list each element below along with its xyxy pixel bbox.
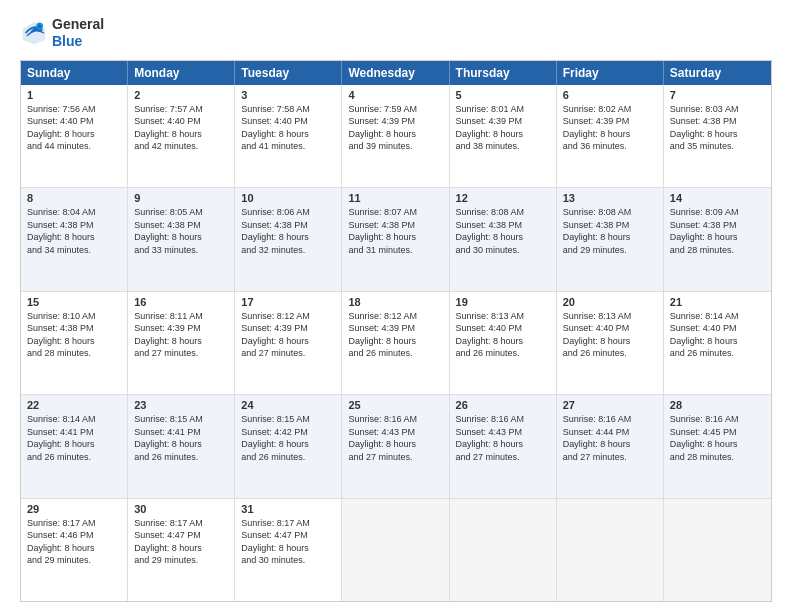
day-cell: 7Sunrise: 8:03 AMSunset: 4:38 PMDaylight… (664, 85, 771, 187)
cell-line: Sunrise: 8:17 AM (27, 517, 121, 530)
cell-line: Sunrise: 8:07 AM (348, 206, 442, 219)
page: General Blue SundayMondayTuesdayWednesda… (0, 0, 792, 612)
cell-line: Sunrise: 7:59 AM (348, 103, 442, 116)
cell-line: Daylight: 8 hours (563, 335, 657, 348)
calendar-row: 8Sunrise: 8:04 AMSunset: 4:38 PMDaylight… (21, 188, 771, 291)
cell-line: Sunrise: 8:14 AM (670, 310, 765, 323)
cell-line: Sunset: 4:46 PM (27, 529, 121, 542)
weekday-header: Sunday (21, 61, 128, 85)
cell-line: and 29 minutes. (134, 554, 228, 567)
cell-line: Daylight: 8 hours (456, 335, 550, 348)
calendar-row: 29Sunrise: 8:17 AMSunset: 4:46 PMDayligh… (21, 499, 771, 601)
cell-line: Sunrise: 7:57 AM (134, 103, 228, 116)
cell-line: Sunset: 4:40 PM (241, 115, 335, 128)
calendar-row: 1Sunrise: 7:56 AMSunset: 4:40 PMDaylight… (21, 85, 771, 188)
day-number: 2 (134, 89, 228, 101)
day-cell: 25Sunrise: 8:16 AMSunset: 4:43 PMDayligh… (342, 395, 449, 497)
cell-line: and 26 minutes. (456, 347, 550, 360)
cell-line: Daylight: 8 hours (348, 438, 442, 451)
day-cell: 17Sunrise: 8:12 AMSunset: 4:39 PMDayligh… (235, 292, 342, 394)
header: General Blue (20, 16, 772, 50)
cell-line: Sunset: 4:39 PM (456, 115, 550, 128)
cell-line: and 27 minutes. (241, 347, 335, 360)
calendar-row: 15Sunrise: 8:10 AMSunset: 4:38 PMDayligh… (21, 292, 771, 395)
cell-line: and 34 minutes. (27, 244, 121, 257)
day-number: 7 (670, 89, 765, 101)
day-cell: 3Sunrise: 7:58 AMSunset: 4:40 PMDaylight… (235, 85, 342, 187)
cell-line: and 33 minutes. (134, 244, 228, 257)
day-number: 20 (563, 296, 657, 308)
day-cell: 15Sunrise: 8:10 AMSunset: 4:38 PMDayligh… (21, 292, 128, 394)
empty-cell (664, 499, 771, 601)
day-number: 25 (348, 399, 442, 411)
cell-line: Sunset: 4:40 PM (563, 322, 657, 335)
cell-line: Sunrise: 8:13 AM (456, 310, 550, 323)
cell-line: Sunset: 4:47 PM (134, 529, 228, 542)
cell-line: Sunset: 4:40 PM (670, 322, 765, 335)
calendar-body: 1Sunrise: 7:56 AMSunset: 4:40 PMDaylight… (21, 85, 771, 601)
cell-line: and 26 minutes. (670, 347, 765, 360)
day-cell: 21Sunrise: 8:14 AMSunset: 4:40 PMDayligh… (664, 292, 771, 394)
cell-line: Sunset: 4:43 PM (348, 426, 442, 439)
cell-line: Sunrise: 8:05 AM (134, 206, 228, 219)
day-cell: 10Sunrise: 8:06 AMSunset: 4:38 PMDayligh… (235, 188, 342, 290)
cell-line: Daylight: 8 hours (670, 438, 765, 451)
day-number: 30 (134, 503, 228, 515)
cell-line: Sunrise: 8:17 AM (241, 517, 335, 530)
day-cell: 13Sunrise: 8:08 AMSunset: 4:38 PMDayligh… (557, 188, 664, 290)
empty-cell (557, 499, 664, 601)
day-number: 15 (27, 296, 121, 308)
day-number: 10 (241, 192, 335, 204)
cell-line: Daylight: 8 hours (241, 231, 335, 244)
day-cell: 4Sunrise: 7:59 AMSunset: 4:39 PMDaylight… (342, 85, 449, 187)
day-cell: 18Sunrise: 8:12 AMSunset: 4:39 PMDayligh… (342, 292, 449, 394)
cell-line: Daylight: 8 hours (134, 335, 228, 348)
cell-line: Sunrise: 7:56 AM (27, 103, 121, 116)
cell-line: Daylight: 8 hours (670, 335, 765, 348)
cell-line: Daylight: 8 hours (27, 128, 121, 141)
cell-line: and 35 minutes. (670, 140, 765, 153)
day-number: 5 (456, 89, 550, 101)
cell-line: and 26 minutes. (134, 451, 228, 464)
cell-line: Daylight: 8 hours (348, 231, 442, 244)
cell-line: Sunset: 4:41 PM (134, 426, 228, 439)
cell-line: Daylight: 8 hours (348, 335, 442, 348)
cell-line: and 32 minutes. (241, 244, 335, 257)
cell-line: and 27 minutes. (563, 451, 657, 464)
day-cell: 31Sunrise: 8:17 AMSunset: 4:47 PMDayligh… (235, 499, 342, 601)
cell-line: Sunset: 4:38 PM (670, 115, 765, 128)
cell-line: and 30 minutes. (241, 554, 335, 567)
cell-line: Sunset: 4:38 PM (456, 219, 550, 232)
cell-line: Sunrise: 8:14 AM (27, 413, 121, 426)
cell-line: Sunrise: 8:09 AM (670, 206, 765, 219)
cell-line: Daylight: 8 hours (27, 542, 121, 555)
empty-cell (450, 499, 557, 601)
weekday-header: Tuesday (235, 61, 342, 85)
day-number: 26 (456, 399, 550, 411)
cell-line: Daylight: 8 hours (241, 438, 335, 451)
cell-line: Daylight: 8 hours (563, 128, 657, 141)
day-cell: 20Sunrise: 8:13 AMSunset: 4:40 PMDayligh… (557, 292, 664, 394)
weekday-header: Friday (557, 61, 664, 85)
day-cell: 8Sunrise: 8:04 AMSunset: 4:38 PMDaylight… (21, 188, 128, 290)
day-number: 23 (134, 399, 228, 411)
cell-line: Sunset: 4:42 PM (241, 426, 335, 439)
cell-line: Daylight: 8 hours (134, 542, 228, 555)
day-cell: 5Sunrise: 8:01 AMSunset: 4:39 PMDaylight… (450, 85, 557, 187)
day-number: 31 (241, 503, 335, 515)
day-cell: 30Sunrise: 8:17 AMSunset: 4:47 PMDayligh… (128, 499, 235, 601)
cell-line: and 26 minutes. (27, 451, 121, 464)
cell-line: Daylight: 8 hours (241, 542, 335, 555)
day-cell: 19Sunrise: 8:13 AMSunset: 4:40 PMDayligh… (450, 292, 557, 394)
cell-line: Sunrise: 8:06 AM (241, 206, 335, 219)
empty-cell (342, 499, 449, 601)
cell-line: and 28 minutes. (670, 451, 765, 464)
day-number: 8 (27, 192, 121, 204)
day-cell: 27Sunrise: 8:16 AMSunset: 4:44 PMDayligh… (557, 395, 664, 497)
day-number: 6 (563, 89, 657, 101)
cell-line: and 39 minutes. (348, 140, 442, 153)
cell-line: and 36 minutes. (563, 140, 657, 153)
cell-line: Daylight: 8 hours (348, 128, 442, 141)
cell-line: Sunset: 4:41 PM (27, 426, 121, 439)
cell-line: Sunset: 4:38 PM (27, 219, 121, 232)
